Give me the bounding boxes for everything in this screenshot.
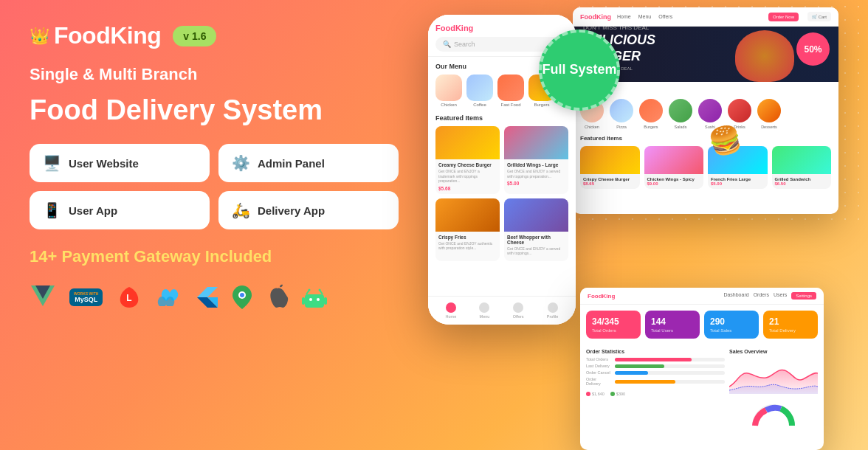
category-label: Burgers [534,103,549,107]
offers-icon [513,302,523,313]
featured-card[interactable]: Chicken Wings - Spicy $9.00 [644,146,704,189]
nav-menu[interactable]: Menu [479,302,489,319]
admin-nav-orders[interactable]: Orders [754,292,769,300]
svg-point-11 [309,298,312,301]
menu-category-label: Chicken [585,125,599,129]
chart-bar-container [615,358,725,361]
featured-card[interactable]: Grilled Sandwich $6.50 [772,146,832,189]
food-card[interactable]: Grillded Wings - Large Get ONCE and ENJO… [504,126,568,194]
tailwind-logo [156,284,184,311]
left-section: 👑 FoodKing v 1.6 Single & Multi Branch F… [30,22,399,428]
web-mockup: FoodKing Home Menu Offers Order Now 🛒 Ca… [573,7,838,214]
admin-settings-button[interactable]: Settings [791,292,816,300]
menu-category-icon [610,99,633,122]
menu-category[interactable]: Burgers [639,99,663,129]
svg-rect-9 [302,297,305,305]
menu-category-label: Desserts [761,125,777,129]
featured-card-info: Chicken Wings - Spicy $9.00 [644,174,704,189]
admin-header: FoodKing Dashboard Orders Users Settings [580,288,824,305]
menu-category[interactable]: Pizza [610,99,633,129]
category-label: Chicken [441,103,457,107]
nav-profile-label: Profile [547,314,559,319]
web-nav-menu[interactable]: Menu [638,14,652,19]
web-nav: Home Menu Offers [617,14,762,19]
nav-offers[interactable]: Offers [513,302,524,319]
mobile-logo: FoodKing [435,24,568,32]
food-desc: Get ONCE and ENJOY a trademark with topp… [438,169,497,184]
legend-dot [586,392,590,396]
version-badge: v 1.6 [173,26,216,46]
chart-bar-container [615,364,725,368]
menu-icon [479,302,489,313]
full-system-text: Full System [542,62,616,78]
svg-rect-8 [305,294,324,308]
nav-offers-label: Offers [513,314,524,319]
nav-home[interactable]: Home [446,302,457,319]
user-app-button[interactable]: 📱 User App [30,191,210,229]
web-header: FoodKing Home Menu Offers Order Now 🛒 Ca… [573,7,838,27]
delivery-app-button[interactable]: 🛵 Delivery App [218,191,399,229]
category-label: Coffee [473,103,486,107]
stat-users-label: Total Users [651,328,694,333]
web-featured-grid: Crispy Cheese Burger $8.65 Chicken Wings… [580,146,831,189]
vuejs-logo [30,284,56,311]
food-name: Crispy Fries [438,235,497,240]
payment-text: 14+ Payment Gateway Included [30,247,399,266]
food-desc: Get ONCE and ENJOY authentic with prepar… [438,241,497,251]
food-desc: Get ONCE and ENJOY a served with topping… [507,169,565,179]
web-featured-section: Featured Items Crispy Cheese Burger $8.6… [573,135,838,195]
legend-item: $390 [610,392,625,396]
food-image [504,198,568,232]
mobile-cat-item[interactable]: Coffee [466,75,493,107]
food-card[interactable]: Crispy Fries Get ONCE and ENJOY authenti… [435,198,500,261]
stat-total-users: 144 Total Users [645,311,700,339]
food-card[interactable]: Creamy Cheese Burger Get ONCE and ENJOY … [435,126,500,194]
brand-name: FoodKing [54,22,161,49]
admin-nav-dashboard[interactable]: Dashboard [723,292,748,300]
stat-total-delivery: 21 Total Delivery [763,311,818,339]
web-nav-home[interactable]: Home [617,14,631,19]
admin-panel-icon: ⚙️ [232,154,250,172]
mobile-featured-title: Featured Items [435,114,568,122]
menu-category[interactable]: Desserts [757,99,781,129]
semi-circle-chart [729,400,818,429]
web-cart[interactable]: 🛒 Cart [807,12,831,21]
food-card[interactable]: Beef Whopper with Cheese Get ONCE and EN… [504,198,568,261]
mobile-cat-item[interactable]: Chicken [435,75,462,107]
featured-card[interactable]: Crispy Cheese Burger $8.65 [580,146,640,189]
apple-logo [266,284,289,311]
nav-profile[interactable]: Profile [547,302,559,319]
mobile-cat-item[interactable]: Fast Food [497,75,524,107]
menu-category[interactable]: Sushi [698,99,722,129]
admin-chart-right: Sales Overview [729,349,818,429]
featured-card-image [580,146,640,174]
admin-charts: Order Statistics Total Orders Last Deliv… [580,345,824,434]
chart-row-label: Order Cancel [586,370,612,375]
food-name: Grillded Wings - Large [507,162,565,167]
stat-total-orders: 34/345 Total Orders [586,311,641,339]
category-icon [435,75,462,101]
admin-nav-users[interactable]: Users [774,292,787,300]
svg-point-12 [317,298,320,301]
featured-card-image [772,146,832,174]
chart-bar [615,380,675,384]
web-logo: FoodKing [580,13,611,21]
svg-point-15 [309,289,311,291]
food-image [435,126,500,159]
menu-category[interactable]: Salads [669,99,692,129]
admin-mockup: FoodKing Dashboard Orders Users Settings… [580,288,824,450]
admin-panel-button[interactable]: ⚙️ Admin Panel [218,144,399,182]
admin-panel-label: Admin Panel [258,157,325,170]
svg-point-7 [240,293,244,297]
user-website-icon: 🖥️ [43,154,61,172]
food-info: Beef Whopper with Cheese Get ONCE and EN… [504,232,568,261]
stat-sales-label: Total Sales [710,328,753,333]
legend-label: $1,640 [592,392,604,396]
admin-logo: FoodKing [588,293,615,300]
web-order-button[interactable]: Order Now [768,13,799,21]
mysql-logo: WORKS WITH MySQL [69,284,103,311]
admin-chart-left: Order Statistics Total Orders Last Deliv… [586,349,725,429]
web-nav-offers[interactable]: Offers [658,14,672,19]
user-website-button[interactable]: 🖥️ User Website [30,144,210,182]
food-image [435,198,500,232]
